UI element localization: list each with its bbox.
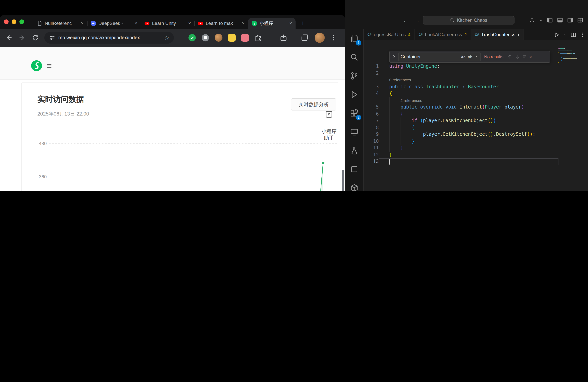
code-line[interactable]: 6 { bbox=[364, 111, 558, 117]
nav-back-icon[interactable]: ← bbox=[403, 17, 408, 23]
miniprogram-logo[interactable] bbox=[31, 60, 42, 71]
nav-forward-icon[interactable]: → bbox=[414, 17, 420, 23]
browser-menu-icon[interactable] bbox=[330, 34, 337, 41]
realtime-analysis-button[interactable]: 实时数据分析 bbox=[291, 98, 336, 110]
extensions-puzzle-icon[interactable] bbox=[254, 34, 262, 42]
customize-layout-icon[interactable] bbox=[577, 17, 583, 23]
close-window-button[interactable] bbox=[4, 20, 9, 24]
code-editor[interactable]: 1using UnityEngine;20 references3public … bbox=[364, 40, 588, 191]
minimize-window-button[interactable] bbox=[12, 20, 16, 24]
extension-yellow-icon[interactable] bbox=[228, 34, 236, 42]
profile-avatar[interactable] bbox=[315, 33, 325, 43]
url-text[interactable]: mp.weixin.qq.com/wxamp/index/index... bbox=[58, 35, 161, 41]
editor-tab[interactable]: C#LookAtCamera.cs2 bbox=[415, 29, 471, 40]
code-line[interactable]: 8 { bbox=[364, 124, 558, 131]
code-line[interactable]: 3public class TrashCounter : BaseCounter bbox=[364, 84, 558, 90]
close-find-icon[interactable]: × bbox=[529, 54, 532, 60]
new-tab-button[interactable]: + bbox=[298, 18, 308, 29]
codelens-label[interactable]: 2 references bbox=[379, 97, 558, 104]
toggle-sidebar-icon[interactable] bbox=[547, 17, 553, 23]
code-content[interactable]: 1using UnityEngine;20 references3public … bbox=[364, 63, 558, 165]
editor-tab[interactable]: C#TrashCounter.cs● bbox=[471, 29, 524, 40]
search-icon[interactable] bbox=[345, 48, 364, 66]
address-bar[interactable]: mp.weixin.qq.com/wxamp/index/index... ☆ bbox=[44, 32, 174, 43]
tab-close-icon[interactable]: × bbox=[188, 21, 191, 26]
toggle-panel-icon[interactable] bbox=[557, 17, 563, 23]
tab-close-icon[interactable]: × bbox=[81, 21, 84, 26]
testing-icon bbox=[350, 146, 358, 155]
minimap-line bbox=[558, 58, 577, 59]
find-input[interactable]: Container Aa ab .* bbox=[398, 53, 481, 61]
browser-tab[interactable]: DeepSeek -× bbox=[87, 18, 141, 29]
code-line[interactable]: 7 if (player.HasKitchenObject()) bbox=[364, 117, 558, 124]
browser-tab[interactable]: NullReferenc× bbox=[33, 18, 87, 29]
extension-green-icon[interactable] bbox=[188, 34, 196, 42]
assistant-icon[interactable] bbox=[325, 110, 333, 119]
reload-icon[interactable] bbox=[32, 34, 39, 41]
source-control-icon[interactable] bbox=[345, 66, 364, 85]
page-menu-icon[interactable] bbox=[46, 63, 52, 69]
extension-avatar-icon[interactable] bbox=[215, 34, 222, 42]
editor-tab[interactable]: C#ogressBarUI.cs4 bbox=[364, 29, 415, 40]
testing-icon[interactable] bbox=[345, 141, 364, 160]
browser-tabs: NullReferenc×DeepSeek -×Learn Unity×Lear… bbox=[33, 18, 308, 29]
code-line[interactable]: 2 bbox=[364, 70, 558, 77]
tab-close-icon[interactable]: × bbox=[242, 21, 245, 26]
extensions-icon[interactable]: 2 bbox=[345, 104, 364, 123]
square-tool-icon[interactable] bbox=[345, 160, 364, 179]
minimap[interactable] bbox=[558, 48, 577, 65]
back-icon[interactable] bbox=[5, 34, 12, 41]
toggle-secondary-sidebar-icon[interactable] bbox=[567, 17, 573, 23]
remote-explorer-icon[interactable] bbox=[345, 123, 364, 141]
code-line[interactable]: 12} bbox=[364, 151, 558, 158]
codelens-label[interactable]: 0 references bbox=[379, 77, 558, 84]
match-case-toggle[interactable]: Aa bbox=[460, 54, 467, 59]
code-line[interactable]: 1using UnityEngine; bbox=[364, 63, 558, 70]
code-line[interactable]: 10 } bbox=[364, 138, 558, 145]
code-line[interactable]: 4{ bbox=[364, 90, 558, 97]
editor-more-icon[interactable] bbox=[580, 32, 586, 38]
page-scrollbar[interactable] bbox=[342, 170, 344, 191]
account-menu-icon[interactable] bbox=[529, 17, 535, 23]
tab-close-icon[interactable]: × bbox=[135, 21, 137, 26]
extension-gray-icon[interactable] bbox=[201, 34, 209, 42]
command-center-search[interactable]: Kitchen Chaos bbox=[423, 16, 514, 24]
find-previous-icon[interactable] bbox=[507, 54, 512, 60]
code-line[interactable]: 9 player.GetKitchenObject().DestroySelf(… bbox=[364, 131, 558, 138]
files-icon[interactable]: 1 bbox=[345, 29, 364, 48]
miniprogram-assistant-widget[interactable]: 小程序 助手 bbox=[320, 110, 338, 141]
package-icon[interactable] bbox=[345, 179, 364, 191]
forward-icon[interactable] bbox=[19, 34, 26, 41]
codelens-row[interactable]: 0 references bbox=[364, 77, 558, 84]
run-debug-icon[interactable] bbox=[345, 85, 364, 104]
codelens-row[interactable]: 2 references bbox=[364, 97, 558, 104]
square-tool-icon bbox=[350, 165, 358, 173]
tab-close-icon[interactable]: × bbox=[289, 21, 292, 26]
site-settings-icon[interactable] bbox=[49, 35, 55, 41]
tab-switcher-icon[interactable] bbox=[301, 34, 308, 42]
minimap-line bbox=[558, 53, 577, 54]
find-in-selection-icon[interactable] bbox=[522, 54, 527, 60]
run-button[interactable] bbox=[554, 32, 560, 38]
code-line[interactable]: 5 public override void Interact(Player p… bbox=[364, 104, 558, 111]
modified-dot-icon[interactable]: ● bbox=[518, 33, 520, 36]
toggle-replace-icon[interactable] bbox=[392, 54, 396, 59]
find-input-value[interactable]: Container bbox=[400, 54, 460, 60]
bookmark-star-icon[interactable]: ☆ bbox=[164, 35, 169, 41]
split-editor-icon[interactable] bbox=[570, 32, 576, 38]
whole-word-toggle[interactable]: ab bbox=[467, 54, 473, 59]
browser-tab[interactable]: Learn Unity× bbox=[141, 18, 194, 29]
browser-tab[interactable]: 小程序× bbox=[248, 18, 295, 29]
code-line[interactable]: 13 bbox=[364, 158, 558, 165]
regex-toggle[interactable]: .* bbox=[473, 54, 478, 59]
run-options-chevron-icon[interactable] bbox=[563, 32, 567, 38]
zoom-window-button[interactable] bbox=[20, 20, 24, 24]
code-line[interactable]: 11 } bbox=[364, 145, 558, 151]
find-next-icon[interactable] bbox=[514, 54, 520, 60]
extension-pink-icon[interactable] bbox=[241, 34, 249, 42]
save-page-icon[interactable] bbox=[280, 34, 287, 42]
chevron-down-icon[interactable] bbox=[539, 17, 543, 23]
browser-tab[interactable]: Learn to mak× bbox=[194, 18, 248, 29]
macos-traffic-lights[interactable] bbox=[4, 20, 24, 24]
youtube-favicon bbox=[198, 21, 203, 26]
